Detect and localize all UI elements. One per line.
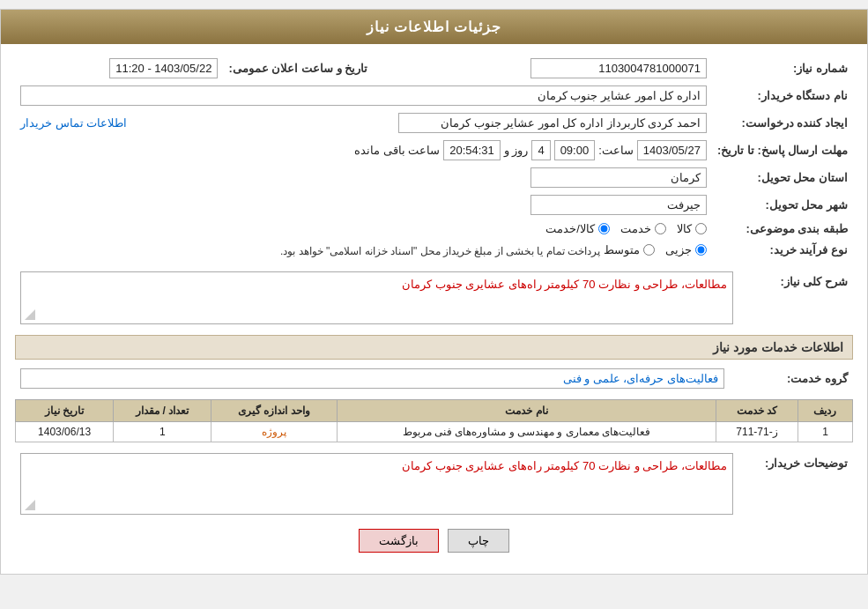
announce-label: تاریخ و ساعت اعلان عمومی: xyxy=(223,55,385,82)
cell-name: فعالیت‌های معماری و مهندسی و مشاوره‌های … xyxy=(337,422,716,442)
city-value: جیرفت xyxy=(530,195,707,215)
announce-value: 1403/05/22 - 11:20 xyxy=(109,58,218,78)
buyer-desc-text: مطالعات، طراحی و نظارت 70 کیلومتر راه‌ها… xyxy=(402,459,727,472)
service-group-value: فعالیت‌های حرفه‌ای، علمی و فنی xyxy=(20,368,724,389)
table-row: 1 ز-71-711 فعالیت‌های معماری و مهندسی و … xyxy=(16,422,853,442)
deadline-label: مهلت ارسال پاسخ: تا تاریخ: xyxy=(712,137,853,164)
province-label: استان محل تحویل: xyxy=(712,164,853,191)
province-value: کرمان xyxy=(530,167,707,188)
col-header-row: ردیف xyxy=(798,400,852,422)
creator-label: ایجاد کننده درخواست: xyxy=(712,109,853,137)
back-button[interactable]: بازگشت xyxy=(359,529,439,553)
buyer-desc-table: توضیحات خریدار: مطالعات، طراحی و نظارت 7… xyxy=(15,449,853,518)
cell-date: 1403/06/13 xyxy=(16,422,114,442)
purchase-note: پرداخت تمام یا بخشی از مبلغ خریداز محل "… xyxy=(280,245,600,257)
cell-code: ز-71-711 xyxy=(716,422,798,442)
creator-value: احمد کردی کاربرداز اداره کل امور عشایر ج… xyxy=(398,113,707,133)
category-radio-kala-khadamat[interactable] xyxy=(598,223,610,234)
category-khadamat-label: خدمت xyxy=(620,222,651,235)
days-value: 4 xyxy=(531,140,550,160)
service-group-label: گروه خدمت: xyxy=(730,365,853,392)
deadline-date: 1403/05/27 xyxy=(637,140,707,160)
col-header-date: تاریخ نیاز xyxy=(16,400,114,422)
buyer-org-value: اداره کل امور عشایر جنوب کرمان xyxy=(20,85,707,106)
purchase-type-radio-motavaset[interactable] xyxy=(643,244,655,256)
header-title: جزئیات اطلاعات نیاز xyxy=(367,19,502,34)
purchase-type-radio-jozii[interactable] xyxy=(695,244,707,256)
category-radio-group: کالا خدمت کالا/خدمت xyxy=(20,222,707,235)
category-kala-khadamat[interactable]: کالا/خدمت xyxy=(545,222,610,235)
services-section-header: اطلاعات خدمات مورد نیاز xyxy=(15,335,853,360)
need-number-label: شماره نیاز: xyxy=(712,55,853,82)
cell-row: 1 xyxy=(798,422,852,442)
need-summary-text: مطالعات، طراحی و نظارت 70 کیلومتر راه‌ها… xyxy=(402,278,727,291)
buyer-desc-box: مطالعات، طراحی و نظارت 70 کیلومتر راه‌ها… xyxy=(20,453,733,515)
purchase-type-radio-group: جزیی متوسط xyxy=(604,243,707,256)
deadline-time: 09:00 xyxy=(554,140,596,160)
category-kala[interactable]: کالا xyxy=(677,222,707,235)
hours-label: ساعت باقی مانده xyxy=(354,144,440,157)
hours-remaining: 20:54:31 xyxy=(443,140,501,160)
col-header-name: نام خدمت xyxy=(337,400,716,422)
contact-link[interactable]: اطلاعات تماس خریدار xyxy=(20,116,127,130)
col-header-qty: تعداد / مقدار xyxy=(114,400,211,422)
category-radio-kala[interactable] xyxy=(695,223,707,234)
purchase-type-jozii-label: جزیی xyxy=(665,243,692,256)
footer-buttons: چاپ بازگشت xyxy=(15,529,853,553)
services-table: ردیف کد خدمت نام خدمت واحد اندازه گیری ت… xyxy=(15,399,853,442)
cell-unit: پروژه xyxy=(211,422,337,442)
city-label: شهر محل تحویل: xyxy=(712,191,853,219)
category-kala-label: کالا xyxy=(677,222,692,235)
days-label: روز و xyxy=(504,144,529,157)
need-number-value: 1103004781000071 xyxy=(530,58,707,78)
category-kala-khadamat-label: کالا/خدمت xyxy=(545,222,595,235)
buyer-desc-label: توضیحات خریدار: xyxy=(738,449,853,518)
need-summary-table: شرح کلی نیاز: مطالعات، طراحی و نظارت 70 … xyxy=(15,268,853,328)
purchase-type-motavaset[interactable]: متوسط xyxy=(604,243,655,256)
category-khadamat[interactable]: خدمت xyxy=(620,222,666,235)
col-header-code: کد خدمت xyxy=(716,400,798,422)
need-summary-label: شرح کلی نیاز: xyxy=(738,268,853,328)
service-group-table: گروه خدمت: فعالیت‌های حرفه‌ای، علمی و فن… xyxy=(15,365,853,392)
info-table-top: شماره نیاز: 1103004781000071 تاریخ و ساع… xyxy=(15,55,853,261)
purchase-type-label: نوع فرآیند خرید: xyxy=(712,239,853,261)
page-header: جزئیات اطلاعات نیاز xyxy=(1,10,867,44)
buyer-org-label: نام دستگاه خریدار: xyxy=(712,82,853,109)
need-summary-value: مطالعات، طراحی و نظارت 70 کیلومتر راه‌ها… xyxy=(20,271,733,324)
col-header-unit: واحد اندازه گیری xyxy=(211,400,337,422)
page-wrapper: جزئیات اطلاعات نیاز شماره نیاز: 11030047… xyxy=(0,9,868,575)
purchase-type-jozii[interactable]: جزیی xyxy=(665,243,707,256)
category-label: طبقه بندی موضوعی: xyxy=(712,219,853,239)
purchase-type-motavaset-label: متوسط xyxy=(604,243,640,256)
print-button[interactable]: چاپ xyxy=(448,529,509,553)
category-radio-khadamat[interactable] xyxy=(655,223,666,234)
cell-qty: 1 xyxy=(114,422,211,442)
main-content: شماره نیاز: 1103004781000071 تاریخ و ساع… xyxy=(1,44,867,574)
deadline-time-label: ساعت: xyxy=(598,144,634,157)
